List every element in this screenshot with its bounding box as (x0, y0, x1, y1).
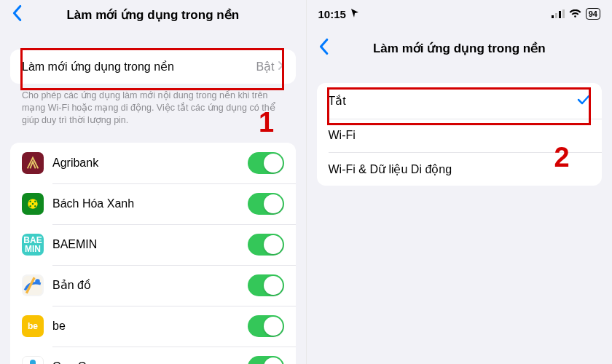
app-name: Bản đồ (52, 278, 248, 292)
option-row[interactable]: Wi-Fi (317, 119, 603, 152)
back-chevron-icon[interactable] (10, 4, 23, 25)
nav-header: Làm mới ứng dụng trong nền (0, 0, 306, 32)
app-name: CareCam (52, 360, 248, 364)
toggle-switch[interactable] (248, 356, 284, 364)
content: Làm mới ứng dụng trong nền Bật Cho phép … (0, 32, 306, 364)
app-name: Bách Hóa Xanh (52, 197, 248, 210)
toggle-switch[interactable] (248, 274, 284, 296)
app-list: AgribankBách Hóa XanhBAEMINBAEMINBản đồb… (10, 143, 296, 364)
bae-app-icon: BAEMIN (22, 234, 44, 256)
svg-rect-10 (552, 15, 554, 18)
toggle-switch[interactable] (248, 234, 284, 256)
svg-point-7 (35, 279, 40, 284)
app-row: CareCam (10, 347, 296, 364)
be-app-icon: be (22, 315, 44, 337)
toggle-switch[interactable] (248, 152, 284, 174)
option-label: Wi-Fi & Dữ liệu Di động (329, 162, 591, 176)
care-app-icon (22, 356, 44, 364)
option-row[interactable]: Tắt (317, 83, 603, 119)
status-time: 10:15 (318, 8, 346, 20)
app-name: be (52, 320, 248, 333)
master-setting-group: Làm mới ứng dụng trong nền Bật (10, 50, 296, 84)
svg-rect-8 (30, 360, 36, 364)
section-footnote: Cho phép các ứng dụng làm mới nội dung t… (10, 84, 296, 127)
option-row[interactable]: Wi-Fi & Dữ liệu Di động (317, 152, 603, 186)
cursor-icon (350, 8, 359, 20)
option-label: Wi-Fi (329, 129, 591, 142)
svg-point-1 (29, 200, 31, 202)
status-bar: 10:15 94 (307, 0, 613, 28)
app-row: Bản đồ (10, 265, 296, 306)
screen-left: Làm mới ứng dụng trong nền Làm mới ứng d… (0, 0, 306, 364)
battery-badge: 94 (586, 8, 600, 20)
page-title: Làm mới ứng dụng trong nền (0, 7, 306, 23)
nav-header: Làm mới ứng dụng trong nền (307, 28, 613, 70)
background-refresh-row[interactable]: Làm mới ứng dụng trong nền Bật (10, 50, 296, 84)
content: TắtWi-FiWi-Fi & Dữ liệu Di động (307, 70, 613, 196)
svg-point-5 (32, 202, 34, 205)
app-row: BAEMINBAEMIN (10, 224, 296, 265)
svg-point-2 (34, 200, 36, 202)
toggle-switch[interactable] (248, 193, 284, 215)
wifi-icon (569, 8, 581, 20)
svg-point-3 (29, 205, 31, 207)
row-value: Bật (256, 60, 274, 74)
svg-rect-12 (559, 11, 561, 18)
maps-app-icon (22, 274, 44, 296)
svg-rect-11 (555, 13, 557, 18)
toggle-switch[interactable] (248, 315, 284, 337)
row-label: Làm mới ứng dụng trong nền (22, 60, 256, 74)
app-row: Bách Hóa Xanh (10, 183, 296, 224)
app-name: Agribank (52, 157, 248, 170)
app-name: BAEMIN (52, 238, 248, 251)
back-chevron-icon[interactable] (317, 38, 330, 58)
cellular-signal-icon (552, 8, 565, 20)
option-list: TắtWi-FiWi-Fi & Dữ liệu Di động (317, 83, 603, 186)
app-row: bebe (10, 306, 296, 347)
bhx-app-icon (22, 193, 44, 215)
page-title: Làm mới ứng dụng trong nền (307, 41, 613, 56)
app-row: Agribank (10, 143, 296, 183)
chevron-right-icon (278, 59, 284, 74)
svg-point-4 (34, 205, 36, 207)
screen-right: 10:15 94 Làm mới ứng dụng trong nền TắtW… (307, 0, 613, 364)
agri-app-icon (22, 152, 44, 174)
check-icon (577, 92, 590, 109)
svg-rect-13 (562, 9, 565, 18)
option-label: Tắt (329, 94, 578, 108)
